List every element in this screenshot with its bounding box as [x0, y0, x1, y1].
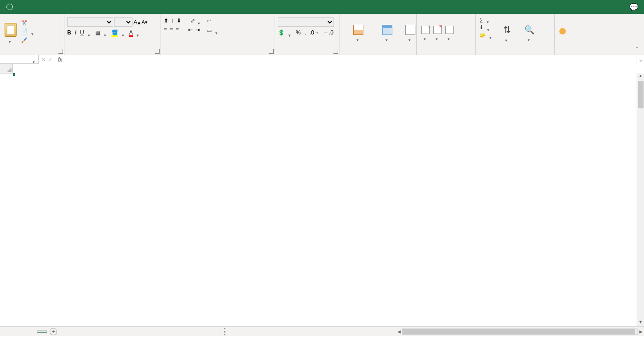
comma-format-icon[interactable]: ,	[305, 29, 306, 36]
sort-filter-icon: ⇅	[503, 24, 511, 35]
format-painter-button[interactable]: 🖌️	[20, 37, 36, 44]
format-icon	[445, 26, 454, 34]
border-button[interactable]: ▦	[95, 29, 100, 36]
alignment-dialog-launcher[interactable]	[269, 49, 274, 54]
italic-button[interactable]: I	[75, 29, 76, 36]
underline-button[interactable]: U	[80, 29, 84, 36]
align-bottom-icon[interactable]: ⬇	[177, 17, 181, 24]
find-icon: 🔍	[524, 25, 535, 35]
cut-button[interactable]: ✂️	[20, 19, 36, 26]
sheet-tab-bar: + ◀ ▶	[0, 326, 644, 336]
tab-split-handle[interactable]	[224, 328, 228, 335]
paste-button[interactable]	[3, 16, 18, 47]
format-as-table-button[interactable]	[374, 16, 400, 47]
number-format-select[interactable]	[278, 17, 334, 27]
name-box[interactable]	[0, 55, 39, 64]
menu-bar: 💬	[0, 0, 644, 14]
conditional-formatting-icon	[353, 25, 363, 35]
formula-bar: ✕ ✓ fx ⌄	[0, 55, 644, 64]
font-dialog-launcher[interactable]	[155, 49, 160, 54]
conditional-formatting-button[interactable]	[342, 16, 374, 47]
cell-styles-icon	[405, 25, 415, 35]
scroll-right-icon[interactable]: ▶	[638, 329, 644, 334]
scroll-up-icon[interactable]: ▲	[637, 73, 644, 80]
accounting-format-icon[interactable]: 💲	[278, 29, 285, 36]
format-table-icon	[382, 25, 392, 35]
horizontal-scrollbar[interactable]: ◀ ▶	[396, 328, 644, 335]
bold-button[interactable]: B	[67, 29, 71, 36]
font-name-select[interactable]	[67, 17, 113, 27]
percent-format-icon[interactable]: %	[296, 29, 301, 36]
ribbon: ✂️ 📄 🖌️ A▴ A▾ B I U ▦ 🪣 A	[0, 14, 644, 55]
merge-center-button[interactable]: ▭	[206, 27, 220, 34]
new-sheet-button[interactable]: +	[50, 328, 57, 335]
comment-icon[interactable]: 💬	[629, 3, 638, 11]
fill-button[interactable]: ⬇	[478, 24, 494, 31]
wrap-text-button[interactable]: ↩	[206, 17, 220, 24]
decrease-decimal-icon[interactable]: ←.0	[323, 29, 334, 36]
sheet-tab-1[interactable]	[37, 330, 47, 333]
increase-font-icon[interactable]: A▴	[133, 19, 141, 26]
font-color-button[interactable]: A	[129, 29, 133, 36]
hscroll-thumb[interactable]	[402, 329, 635, 334]
increase-indent-icon[interactable]: ⇥	[196, 27, 200, 33]
addins-button[interactable]	[558, 16, 568, 47]
lightbulb-icon	[6, 4, 13, 10]
copy-button[interactable]: 📄	[20, 28, 36, 35]
decrease-font-icon[interactable]: A▾	[142, 19, 148, 25]
fill-color-button[interactable]: 🪣	[111, 29, 118, 36]
align-center-icon[interactable]: ≡	[170, 27, 173, 33]
spreadsheet-grid: ▲ ▼	[0, 64, 644, 326]
align-right-icon[interactable]: ≡	[176, 27, 179, 33]
align-left-icon[interactable]: ≡	[164, 27, 167, 33]
scroll-down-icon[interactable]: ▼	[637, 320, 644, 326]
fx-icon[interactable]: fx	[55, 56, 65, 63]
clipboard-dialog-launcher[interactable]	[58, 49, 63, 54]
align-top-icon[interactable]: ⬆	[164, 17, 168, 24]
sort-filter-button[interactable]: ⇅	[496, 16, 518, 47]
paste-icon	[5, 23, 17, 37]
select-all-corner[interactable]	[0, 64, 13, 73]
insert-cells-button[interactable]	[420, 16, 431, 47]
delete-icon	[433, 26, 442, 34]
insert-icon	[421, 26, 430, 34]
number-dialog-launcher[interactable]	[334, 49, 338, 54]
align-middle-icon[interactable]: ↕	[171, 17, 174, 24]
font-size-select[interactable]	[114, 17, 132, 27]
tell-me[interactable]	[6, 4, 16, 10]
clear-button[interactable]: 🧽	[478, 32, 494, 39]
autosum-button[interactable]: ∑	[478, 17, 494, 23]
vertical-scrollbar[interactable]: ▲ ▼	[637, 73, 644, 326]
delete-cells-button[interactable]	[431, 16, 443, 47]
enter-formula-icon[interactable]: ✓	[48, 56, 52, 63]
cancel-formula-icon[interactable]: ✕	[41, 56, 46, 63]
find-select-button[interactable]: 🔍	[518, 16, 541, 47]
scroll-left-icon[interactable]: ◀	[396, 329, 402, 334]
format-cells-button[interactable]	[443, 16, 455, 47]
expand-formula-bar-icon[interactable]: ⌄	[637, 55, 644, 64]
increase-decimal-icon[interactable]: .0→	[310, 29, 320, 36]
addins-icon	[559, 28, 566, 34]
vscroll-thumb[interactable]	[638, 81, 644, 108]
orientation-icon[interactable]: ⤢	[190, 17, 195, 24]
decrease-indent-icon[interactable]: ⇤	[188, 27, 193, 33]
collapse-ribbon-icon[interactable]: ⌃	[635, 46, 639, 52]
